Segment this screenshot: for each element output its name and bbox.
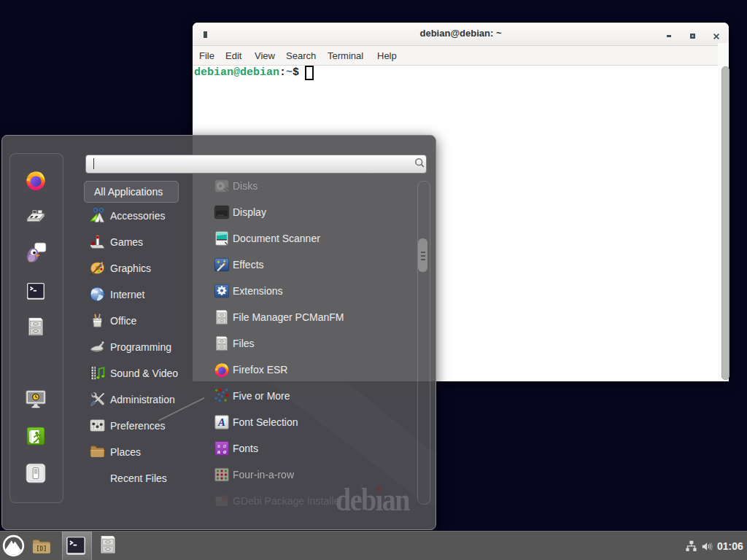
svg-text:a: a	[217, 443, 220, 449]
svg-text:a: a	[223, 448, 226, 455]
svg-text:A: A	[217, 416, 225, 428]
svg-text:a: a	[217, 448, 220, 455]
svg-text:a: a	[223, 443, 226, 449]
